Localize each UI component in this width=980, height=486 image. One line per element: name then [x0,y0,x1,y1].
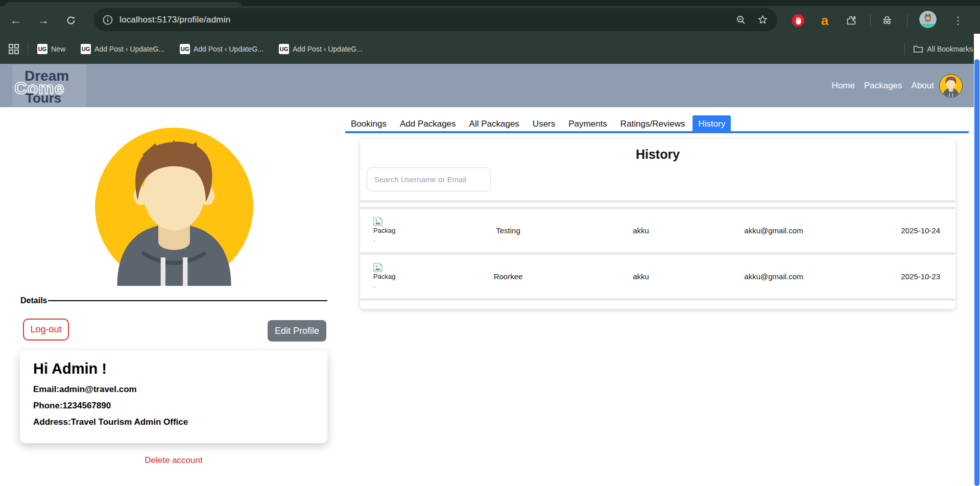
image-alt-text: Packag [373,273,395,280]
tab-all-packages[interactable]: All Packages [464,115,525,133]
delete-account-link[interactable]: Delete account [20,455,327,466]
ug-favicon: UG [37,44,47,54]
email-text: Email:admin@travel.com [33,384,317,395]
nav-link-home[interactable]: Home [832,81,855,91]
image-alt-text: Packag [373,227,395,234]
private-window-icon[interactable] [879,13,895,28]
tab-users[interactable]: Users [527,115,561,133]
history-panel: History Packag . Testing akku akku [360,139,955,309]
table-divider [360,298,955,301]
bookmarks-bar: UG New UG Add Post ‹ UpdateG... UG Add P… [0,34,980,64]
browser-toolbar: ← → localhost:5173/profile/admin [0,6,980,34]
nav-link-about[interactable]: About [912,81,934,91]
back-button[interactable]: ← [8,13,23,28]
details-label: Details [20,296,47,305]
folder-icon [913,44,923,54]
search-input[interactable] [367,167,491,191]
bookmark-label: New [51,45,65,53]
edit-profile-button[interactable]: Edit Profile [268,320,326,342]
nav-link-packages[interactable]: Packages [864,81,902,91]
logo-line-3: Tours [26,90,61,106]
broken-image-placeholder: Packag . [373,263,437,289]
admin-tabs: Bookings Add Packages All Packages Users… [345,113,969,133]
all-bookmarks-label: All Bookmarks [927,45,973,53]
bookmark-label: Add Post ‹ UpdateG... [194,45,264,53]
reload-icon [66,15,76,26]
toolbar-divider-2 [907,14,907,27]
zoom-search-icon[interactable] [736,15,746,25]
image-alt-text: . [373,281,375,289]
site-logo[interactable]: Dream Come Tours [12,65,86,107]
bookmark-item[interactable]: UG Add Post ‹ UpdateG... [180,44,264,54]
bookmark-star-icon[interactable] [757,14,768,25]
table-divider [360,200,955,203]
tab-payments[interactable]: Payments [563,115,613,133]
history-package: Testing [437,226,580,235]
details-divider: Details [20,296,327,305]
history-package: Roorkee [437,272,580,281]
image-alt-text: . [373,235,375,243]
table-divider [360,252,955,255]
header-user-avatar[interactable] [939,74,963,98]
history-username: akku [580,226,702,235]
bookmark-item[interactable]: UG Add Post ‹ UpdateG... [279,44,363,54]
page-scrollbar-thumb[interactable] [974,59,979,486]
bookmark-item[interactable]: UG Add Post ‹ UpdateG... [81,44,164,54]
tab-history[interactable]: History [692,115,731,133]
logout-button[interactable]: Log-out [23,319,69,341]
address-text: Address:Travel Tourism Admin Office [33,417,317,427]
site-info-icon[interactable] [102,14,113,26]
apps-grid-icon[interactable] [8,43,19,55]
tab-ratings-reviews[interactable]: Ratings/Reviews [615,115,691,133]
all-bookmarks-button[interactable]: All Bookmarks [913,44,973,54]
extensions-puzzle-icon[interactable] [844,13,859,28]
bookmark-label: Add Post ‹ UpdateG... [94,45,164,53]
toolbar-divider [870,14,871,27]
browser-tab-strip [0,0,980,6]
history-title: History [360,147,955,162]
adblock-extension-icon[interactable] [791,13,806,28]
history-username: akku [580,272,702,281]
history-date: 2025-10-23 [845,272,955,281]
tabs-active-underline [345,131,969,133]
table-divider [360,207,955,209]
forward-button[interactable]: → [36,13,51,28]
admin-info-card: Hi Admin ! Email:admin@travel.com Phone:… [20,350,327,443]
bookmarks-divider [28,43,28,55]
site-nav: Home Packages About [832,64,934,107]
reload-button[interactable] [63,13,79,28]
browser-profile-avatar[interactable] [919,11,937,28]
tab-bookings[interactable]: Bookings [345,115,392,133]
address-bar[interactable]: localhost:5173/profile/admin [94,8,777,31]
browser-menu-icon[interactable]: ⋮ [950,13,966,28]
greeting-text: Hi Admin ! [33,360,317,377]
history-row[interactable]: Packag . Testing akku akku@gmail.com 202… [360,210,955,250]
ug-favicon: UG [279,44,289,54]
bookmark-item[interactable]: UG New [37,44,65,54]
broken-image-placeholder: Packag . [373,217,437,244]
history-row[interactable]: Packag . Roorkee akku akku@gmail.com 202… [360,256,955,296]
profile-avatar-image [95,128,253,286]
ug-favicon: UG [180,44,190,54]
page-scrollbar-track[interactable] [974,34,980,486]
ug-favicon: UG [81,44,91,54]
tab-add-packages[interactable]: Add Packages [394,115,462,133]
screen: ← → localhost:5173/profile/admin [0,0,980,486]
bookmark-label: Add Post ‹ UpdateG... [293,45,363,53]
active-browser-tab[interactable] [5,2,241,6]
history-email: akku@gmail.com [702,226,845,235]
site-header: Dream Come Tours Home Packages About [0,64,974,107]
history-email: akku@gmail.com [702,272,845,281]
all-bookmarks-divider [904,43,905,55]
amazon-extension-icon[interactable]: a [817,13,832,28]
url-text[interactable]: localhost:5173/profile/admin [119,15,736,25]
history-date: 2025-10-24 [845,226,955,235]
phone-text: Phone:1234567890 [33,401,317,411]
